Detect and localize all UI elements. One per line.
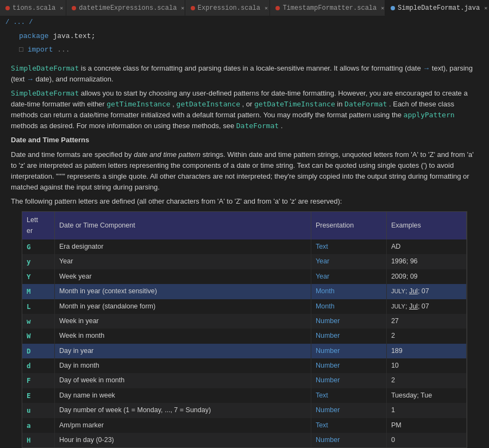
cell-letter: W — [22, 329, 55, 343]
cell-letter: w — [22, 314, 55, 329]
tab-label-datetime: datetimeExpressions.scala — [79, 4, 177, 12]
doc-code-method4: applyPattern — [404, 111, 455, 119]
cell-component: Era designator — [55, 239, 311, 254]
cell-letter: E — [22, 388, 55, 403]
doc-text-para1: is a concrete class for formatting and p… — [11, 64, 473, 83]
tab-icon-expression — [191, 6, 195, 10]
breadcrumb: / ... / — [0, 16, 489, 28]
doc-para3-prefix: Date and time formats are specified by — [11, 150, 134, 159]
table-row: DDay in yearNumber189 — [22, 344, 467, 358]
doc-para2-text7: . — [281, 122, 283, 130]
cell-letter: Y — [22, 269, 55, 284]
tab-label-simpledateformat: SimpleDateFormat.java — [398, 4, 480, 12]
cell-component: Month in year (standalone form) — [55, 299, 311, 314]
cell-presentation: Month — [311, 284, 386, 299]
cell-component: Day number of week (1 = Monday, ..., 7 =… — [55, 403, 311, 418]
cell-letter: D — [22, 344, 55, 358]
doc-heading: Date and Time Patterns — [11, 135, 478, 146]
tab-close-tions[interactable]: ✕ — [60, 5, 63, 11]
cell-examples: PM — [386, 418, 466, 433]
cell-letter: L — [22, 299, 55, 314]
cell-letter: a — [22, 418, 55, 433]
tab-bar: tions.scala ✕ datetimeExpressions.scala … — [0, 0, 489, 16]
doc-code-method2: getDateInstance — [177, 100, 240, 108]
doc-para2: SimpleDateFormat allows you to start by … — [11, 88, 478, 132]
table-row: LMonth in year (standalone form)MonthJul… — [22, 299, 467, 314]
cell-examples: 2 — [386, 329, 466, 343]
tab-close-simpledateformat[interactable]: ✕ — [484, 5, 487, 11]
tab-timestamp[interactable]: TimestampFormatter.scala ✕ — [270, 0, 385, 16]
cell-component: Month in year (context sensitive) — [55, 284, 311, 299]
code-area: package java.text; □ import ... — [0, 28, 489, 59]
tab-simpledateformat[interactable]: SimpleDateFormat.java ✕ — [385, 0, 489, 16]
tab-icon-timestamp — [275, 6, 280, 10]
cell-presentation: Month — [311, 299, 386, 314]
table-row: uDay number of week (1 = Monday, ..., 7 … — [22, 403, 467, 418]
cell-examples: July; Jul; 07 — [386, 299, 466, 314]
cell-examples: 1996; 96 — [386, 254, 466, 269]
code-import-dots: ... — [57, 46, 70, 54]
cell-component: Week in month — [55, 329, 311, 343]
tab-label-expression: Expression.scala — [198, 4, 260, 12]
table-row: FDay of week in monthNumber2 — [22, 373, 467, 388]
cell-examples: 2009; 09 — [386, 269, 466, 284]
table-header-row: Letter Date or Time Component Presentati… — [22, 212, 467, 239]
cell-examples: 27 — [386, 314, 466, 329]
cell-letter: G — [22, 239, 55, 254]
col-header-examples: Examples — [386, 212, 466, 239]
doc-code-method1: getTimeInstance — [106, 100, 170, 108]
cell-presentation: Number — [311, 373, 386, 388]
doc-code-method3: getDateTimeInstance — [254, 100, 335, 108]
cell-letter: H — [22, 433, 55, 447]
tab-icon-scala — [5, 6, 10, 10]
table-row: WWeek in monthNumber2 — [22, 329, 467, 343]
cell-presentation: Number — [311, 329, 386, 343]
cell-component: Day in year — [55, 344, 311, 358]
cell-presentation: Year — [311, 269, 386, 284]
table-row: GEra designatorTextAD — [22, 239, 467, 254]
cell-presentation: Text — [311, 388, 386, 403]
tab-icon-simpledateformat — [391, 6, 395, 10]
pattern-table: Letter Date or Time Component Presentati… — [22, 212, 467, 447]
cell-letter: y — [22, 254, 55, 269]
cell-presentation: Number — [311, 358, 386, 373]
tab-label-timestamp: TimestampFormatter.scala — [283, 4, 377, 12]
cell-presentation: Number — [311, 433, 386, 447]
cell-component: Week year — [55, 269, 311, 284]
doc-code-class1: DateFormat — [344, 100, 387, 108]
code-line-import: □ import ... — [0, 45, 489, 56]
doc-para2-text3: , or — [242, 100, 254, 108]
cell-examples: Tuesday; Tue — [386, 388, 466, 403]
cell-component: Day name in week — [55, 388, 311, 403]
cell-presentation: Text — [311, 239, 386, 254]
table-row: EDay name in weekTextTuesday; Tue — [22, 388, 467, 403]
table-row: HHour in day (0-23)Number0 — [22, 433, 467, 447]
cell-examples: 0 — [386, 433, 466, 447]
doc-para4: The following pattern letters are define… — [11, 196, 478, 207]
tab-close-timestamp[interactable]: ✕ — [381, 5, 384, 11]
table-body: GEra designatorTextADyYearYear1996; 96YW… — [22, 239, 467, 447]
tab-close-datetime[interactable]: ✕ — [181, 5, 184, 11]
cell-examples: 1 — [386, 403, 466, 418]
cell-component: Year — [55, 254, 311, 269]
doc-code-classname2: SimpleDateFormat — [11, 89, 79, 97]
tab-expression[interactable]: Expression.scala ✕ — [185, 0, 271, 16]
cell-component: Day in month — [55, 358, 311, 373]
tab-close-expression[interactable]: ✕ — [265, 5, 268, 11]
table-row: dDay in monthNumber10 — [22, 358, 467, 373]
tab-datetime[interactable]: datetimeExpressions.scala ✕ — [66, 0, 185, 16]
cell-letter: d — [22, 358, 55, 373]
col-header-component: Date or Time Component — [55, 212, 311, 239]
code-line-package: package java.text; — [0, 31, 489, 42]
breadcrumb-text: / ... / — [5, 18, 33, 26]
cell-letter: M — [22, 284, 55, 299]
tab-tions[interactable]: tions.scala ✕ — [0, 0, 66, 16]
cell-letter: F — [22, 373, 55, 388]
collapse-icon[interactable]: □ — [19, 46, 23, 54]
doc-para2-text6: methods as desired. For more information… — [11, 122, 236, 130]
cell-examples: 189 — [386, 344, 466, 358]
table-row: wWeek in yearNumber27 — [22, 314, 467, 329]
cell-component: Hour in day (0-23) — [55, 433, 311, 447]
col-header-letter: Letter — [22, 212, 55, 239]
doc-code-classname1: SimpleDateFormat — [11, 64, 79, 72]
